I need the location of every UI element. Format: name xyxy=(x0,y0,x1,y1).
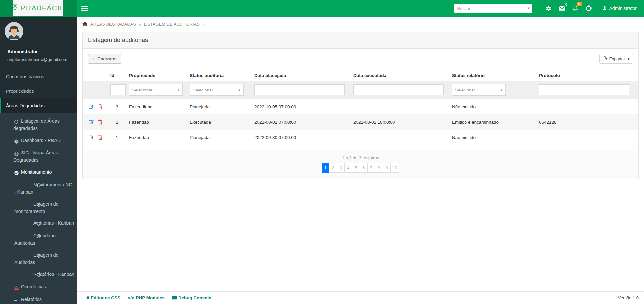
filter-id-input[interactable] xyxy=(110,84,126,95)
life-ring-icon xyxy=(585,5,592,12)
sidebar-item-listagem-monitoramento[interactable]: Listagem de monitoramento xyxy=(0,198,77,217)
settings-button[interactable] xyxy=(542,0,555,17)
export-button[interactable]: Exportar ▾ xyxy=(599,54,633,64)
sidebar-item-label: Relatórios - Kanban xyxy=(33,272,74,277)
page-button-6[interactable]: 6 xyxy=(360,163,368,173)
cell-status-auditoria: Planejada xyxy=(187,130,252,145)
sidebar-item-listagem-areas-degradadas[interactable]: Listagem de Áreas degradadas xyxy=(0,115,77,134)
column-header-status-auditoria[interactable]: Status auditoria xyxy=(187,70,252,81)
sidebar-item-ocorrencias[interactable]: Ocorrências xyxy=(0,281,77,293)
edit-icon[interactable] xyxy=(89,119,94,125)
edit-icon[interactable] xyxy=(89,135,94,140)
app-window: PRADFÁCIL ▾ 0 xyxy=(0,0,644,304)
global-search[interactable]: ▾ xyxy=(454,4,532,13)
column-header-data-executada[interactable]: Data executada xyxy=(351,70,449,81)
footer-link-php-modules[interactable]: </> PHP Modules xyxy=(128,295,165,300)
column-header-propriedade[interactable]: Propriedade xyxy=(126,70,187,81)
sidebar-item-relatorios-kanban[interactable]: Relatórios - Kanban xyxy=(0,268,77,281)
page-button-7[interactable]: 7 xyxy=(367,163,375,173)
filter-status-relatorio-select[interactable]: Selecionar▾ xyxy=(452,84,506,96)
sidebar-item-label: Relatórios xyxy=(21,297,42,302)
sidebar-item-calendario-auditorias[interactable]: Calendário Auditorias xyxy=(0,230,77,249)
top-navbar: PRADFÁCIL ▾ 0 xyxy=(0,0,644,17)
footer-prefix: - xyxy=(82,295,84,300)
sidebar-item-monitoramento-nc-kanban[interactable]: Monitoramento NC - Kanban xyxy=(0,179,77,198)
page-title: Listagem de auditorias xyxy=(88,37,148,43)
plus-icon: + xyxy=(92,57,95,61)
footer-link-css-editor[interactable]: # Editor de CSS xyxy=(87,295,121,300)
filter-protocolo-input[interactable] xyxy=(539,84,629,95)
sidebar-item-relatorios[interactable]: Relatórios xyxy=(0,293,77,304)
footer-link-debug-console[interactable]: Debug Console xyxy=(172,295,211,301)
cell-protocolo xyxy=(537,99,638,114)
page-button-9[interactable]: 9 xyxy=(383,163,391,173)
search-input[interactable] xyxy=(454,4,532,13)
trash-icon[interactable] xyxy=(98,135,103,140)
table-toolbar: + Cadastrar Exportar ▾ xyxy=(83,54,638,64)
pie-chart-icon xyxy=(13,138,19,144)
filter-propriedade-select[interactable]: Selecionar▾ xyxy=(129,84,183,96)
cell-data-executada xyxy=(351,99,449,114)
table-row: 3 Fazendinha Planejada 2022-10-05 07:00:… xyxy=(83,99,638,114)
circle-icon xyxy=(26,182,32,189)
sidebar-item-label: Cadastros básicos xyxy=(6,74,44,79)
card-body: + Cadastrar Exportar ▾ Id xyxy=(83,49,638,179)
page-button-2[interactable]: 2 xyxy=(329,163,337,173)
filter-data-executada-input[interactable] xyxy=(353,84,444,95)
page-button-5[interactable]: 5 xyxy=(352,163,360,173)
sidebar-toggle-icon[interactable] xyxy=(81,4,91,13)
sidebar-item-auditorias-kanban[interactable]: Auditorias - Kanban xyxy=(0,217,77,230)
trash-icon[interactable] xyxy=(98,119,103,125)
filter-data-planejada-input[interactable] xyxy=(254,84,345,95)
check-circle-icon xyxy=(13,169,19,176)
add-button[interactable]: + Cadastrar xyxy=(88,54,121,64)
chevron-down-icon: ▾ xyxy=(178,88,179,92)
envelope-icon xyxy=(559,6,565,11)
cell-propriedade: Fazendão xyxy=(126,114,187,130)
sidebar-user-name: Administrator xyxy=(7,49,72,54)
sidebar-item-label: Calendário Auditorias xyxy=(14,233,56,246)
page-footer: - # Editor de CSS </> PHP Modules Debug … xyxy=(77,291,644,304)
messages-button[interactable]: 0 xyxy=(555,0,569,17)
select-placeholder: Selecionar xyxy=(132,88,152,92)
cell-status-relatorio: Emitido e encaminhado xyxy=(449,114,537,130)
list-lines-icon xyxy=(13,297,19,303)
sidebar-item-monitoramento[interactable]: Monitoramento xyxy=(0,166,77,179)
cell-propriedade: Fazendinha xyxy=(126,99,187,114)
filter-status-auditoria-select[interactable]: Selecionar▾ xyxy=(190,84,244,96)
sidebar-item-areas-degradadas[interactable]: Áreas Degradadas xyxy=(0,98,77,113)
sidebar-item-cadastros-basicos[interactable]: Cadastros básicos xyxy=(0,69,77,84)
logo-area[interactable]: PRADFÁCIL xyxy=(0,0,77,17)
select-placeholder: Selecionar xyxy=(193,88,213,92)
breadcrumb-separator: » xyxy=(202,22,205,27)
sidebar-item-listagem-auditorias[interactable]: Listagem de Auditorias xyxy=(0,249,77,268)
sidebar-item-propriedades[interactable]: Propriedades xyxy=(0,84,77,98)
page-button-10[interactable]: 10 xyxy=(390,163,399,173)
breadcrumb-separator: » xyxy=(139,22,141,27)
column-header-data-planejada[interactable]: Data planejada xyxy=(252,70,351,81)
help-button[interactable] xyxy=(582,0,595,17)
page-button-1[interactable]: 1 xyxy=(322,163,329,173)
cell-data-planejada: 2022-09-30 07:00:00 xyxy=(252,130,351,145)
column-header-protocolo[interactable]: Protocolo xyxy=(537,70,638,81)
breadcrumb-item[interactable]: LISTAGEM DE AUDITORIAS xyxy=(144,22,200,27)
notifications-button[interactable]: 0 xyxy=(569,0,582,17)
breadcrumb-item[interactable]: ÁREAS DEGRADADAS xyxy=(90,22,136,27)
sidebar-item-dashboard-prad[interactable]: Dashboard - PRAD xyxy=(0,134,77,147)
sidebar-item-label: Listagem de monitoramento xyxy=(14,201,58,214)
column-header-status-relatorio[interactable]: Status relatório xyxy=(449,70,537,81)
sidebar-item-label: Auditorias - Kanban xyxy=(33,220,74,226)
page-button-4[interactable]: 4 xyxy=(344,163,352,173)
brand-name: PRADFÁCIL xyxy=(21,4,64,12)
column-header-id[interactable]: Id xyxy=(108,70,126,81)
page-button-8[interactable]: 8 xyxy=(375,163,383,173)
user-menu[interactable]: Administrator xyxy=(595,0,641,17)
sidebar-item-sig-mapa[interactable]: SIG - Mapa Áreas Degradadas xyxy=(0,147,77,166)
edit-icon[interactable] xyxy=(89,104,94,109)
trash-icon[interactable] xyxy=(98,104,103,109)
messages-count-badge: 0 xyxy=(565,3,567,6)
chevron-down-icon: ▾ xyxy=(500,88,502,92)
home-icon[interactable] xyxy=(82,21,88,27)
sidebar-user-email: engflorestalroberto@gmail.com xyxy=(7,57,72,62)
page-button-3[interactable]: 3 xyxy=(337,163,345,173)
